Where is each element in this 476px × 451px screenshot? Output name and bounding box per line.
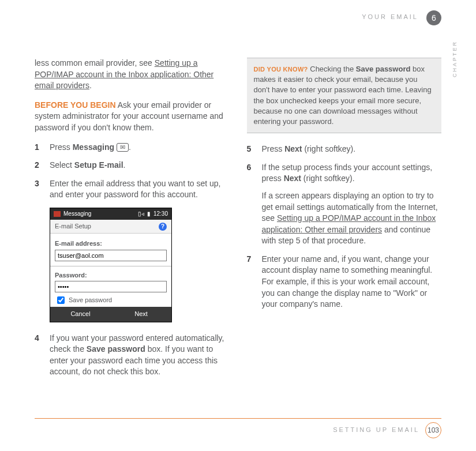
step-number: 1: [35, 142, 43, 153]
save-password-bold: Save password: [87, 344, 145, 354]
password-label: Password:: [55, 271, 167, 280]
text: .: [123, 160, 126, 170]
phone-screen-title: E-mail Setup: [55, 222, 91, 231]
text: Select: [50, 160, 74, 170]
text: Enter the email address that you want to…: [50, 178, 230, 201]
step-number: 4: [35, 333, 43, 378]
password-field[interactable]: [55, 281, 167, 292]
step-5: 5 Press Next (right softkey).: [247, 144, 442, 155]
text: (right softkey).: [302, 144, 356, 153]
text: box makes it easier to check your email,…: [254, 65, 432, 126]
setup-email-label: Setup E-mail: [74, 160, 123, 170]
email-field[interactable]: [55, 250, 167, 261]
before-label: BEFORE YOU BEGIN: [35, 100, 116, 110]
email-label: E-mail address:: [55, 239, 167, 248]
phone-title-bar: Messaging ▯◃ ▮ 12:30: [50, 208, 171, 220]
footer-section: SETTING UP EMAIL: [333, 426, 419, 434]
text: Checking the: [308, 65, 356, 73]
step-number: 5: [247, 144, 255, 155]
intro-paragraph: less common email provider, see Setting …: [35, 58, 230, 92]
next-label: Next: [284, 174, 301, 183]
did-you-know-callout: DID YOU KNOW? Checking the Save password…: [247, 58, 442, 133]
step-number: 7: [247, 254, 255, 310]
text: less common email provider, see: [35, 58, 155, 67]
messaging-icon: ✉: [117, 143, 129, 152]
phone-app-title: Messaging: [63, 210, 91, 218]
text: .: [129, 142, 131, 152]
step-3: 3 Enter the email address that you want …: [35, 178, 230, 201]
text: Enter your name and, if you want, change…: [262, 254, 442, 310]
step-number: 2: [35, 160, 43, 171]
text: (right softkey).: [301, 174, 355, 183]
page-footer: SETTING UP EMAIL 103: [35, 418, 441, 438]
callout-lead: DID YOU KNOW?: [254, 66, 308, 73]
text: .: [89, 81, 92, 90]
next-label: Next: [284, 144, 302, 153]
softkey-cancel[interactable]: Cancel: [50, 307, 111, 321]
softkey-next[interactable]: Next: [111, 307, 171, 321]
battery-icon: ▮: [147, 210, 151, 218]
start-flag-icon: [54, 211, 61, 217]
step-number: 3: [35, 178, 43, 201]
chapter-label: CHAPTER: [451, 40, 459, 77]
step-4: 4 If you want your password entered auto…: [35, 333, 230, 378]
step-1: 1 Press Messaging ✉.: [35, 142, 230, 153]
step-7: 7 Enter your name and, if you want, chan…: [247, 254, 442, 310]
save-password-label: Save password: [69, 296, 112, 305]
page-number: 103: [425, 422, 441, 438]
phone-clock: 12:30: [153, 210, 168, 218]
chapter-number-badge: 6: [426, 10, 441, 25]
text: Press: [50, 142, 73, 152]
callout-bold: Save password: [356, 65, 411, 73]
text: Press: [262, 144, 285, 153]
before-you-begin: BEFORE YOU BEGIN Ask your email provider…: [35, 100, 230, 134]
right-column: DID YOU KNOW? Checking the Save password…: [247, 58, 442, 385]
running-header: YOUR EMAIL: [362, 13, 418, 21]
signal-icon: ▯◃: [138, 210, 144, 218]
save-password-checkbox[interactable]: [57, 296, 65, 304]
help-icon: ?: [159, 223, 167, 231]
step-2: 2 Select Setup E-mail.: [35, 160, 230, 171]
step-number: 6: [247, 162, 255, 247]
messaging-label: Messaging: [73, 142, 114, 152]
left-column: less common email provider, see Setting …: [35, 58, 230, 385]
phone-screenshot: Messaging ▯◃ ▮ 12:30 E-mail Setup ? E-ma…: [50, 208, 172, 322]
step-6: 6 If the setup process finds your accoun…: [247, 162, 442, 247]
